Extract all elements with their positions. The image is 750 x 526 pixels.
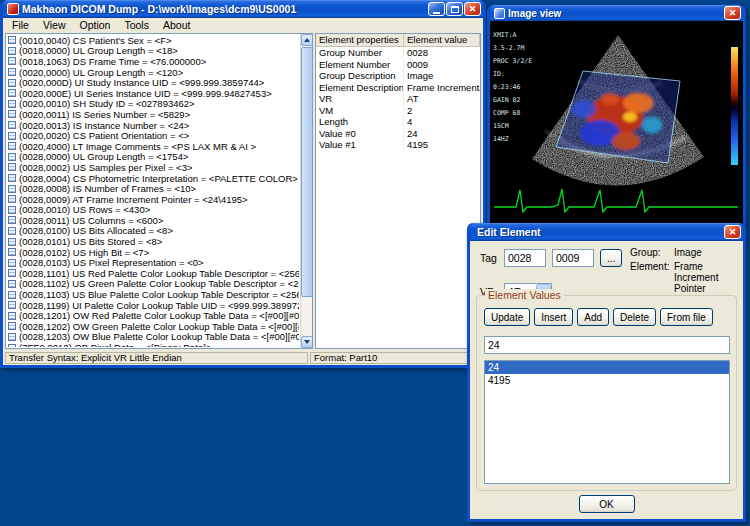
tree-row[interactable]: (0028,0100) US Bits Allocated = <8>	[7, 226, 299, 237]
property-row[interactable]: Value #1 4195	[316, 139, 480, 151]
edit-dialog-close-button[interactable]: ✕	[724, 225, 741, 239]
dicom-element-icon	[8, 163, 16, 171]
property-row[interactable]: Group Description Image	[316, 70, 480, 82]
dicom-element-icon	[8, 333, 16, 341]
dicom-element-icon	[8, 322, 16, 330]
tree-row[interactable]: (0020,0000) UL Group Length = <120>	[7, 67, 299, 78]
scroll-up-button[interactable]	[301, 34, 313, 46]
menu-item[interactable]: Option	[73, 19, 118, 31]
property-row[interactable]: Length 4	[316, 116, 480, 128]
tree-row[interactable]: (0028,1203) OW Blue Palette Color Lookup…	[7, 332, 299, 343]
edit-element-dialog: Edit Element ✕ Tag ... Group: Image Elem…	[467, 223, 746, 522]
property-row[interactable]: Value #0 24	[316, 128, 480, 140]
maximize-button[interactable]	[446, 2, 463, 16]
tree-row[interactable]: (0020,0011) IS Series Number = <5829>	[7, 109, 299, 120]
from-file-button[interactable]: From file	[660, 308, 713, 326]
dicom-element-icon	[8, 291, 16, 299]
dicom-element-icon	[8, 47, 16, 55]
image-view-close-button[interactable]: ✕	[724, 6, 741, 20]
minimize-icon	[433, 12, 440, 14]
add-button[interactable]: Add	[577, 308, 609, 326]
tree-row[interactable]: (0028,1201) OW Red Palette Color Lookup …	[7, 310, 299, 321]
edit-dialog-title: Edit Element	[474, 226, 723, 238]
tag-browse-button[interactable]: ...	[600, 249, 622, 267]
menu-item[interactable]: View	[36, 19, 73, 31]
image-view-title: Image view	[505, 8, 723, 19]
ultrasound-view[interactable]: XMIT:A3.5-2.7MPROC 3/2/EID:0:23:46GAIN 8…	[490, 21, 743, 224]
tree-row[interactable]: (0018,1063) DS Frame Time = <76.000000>	[7, 56, 299, 67]
maximize-icon	[451, 6, 459, 13]
delete-button[interactable]: Delete	[613, 308, 656, 326]
tree-row[interactable]: (0020,000E) UI Series Instance UID = <99…	[7, 88, 299, 99]
tree-row[interactable]: (0028,0010) US Rows = <430>	[7, 205, 299, 216]
insert-button[interactable]: Insert	[534, 308, 573, 326]
tag-group-input[interactable]	[504, 249, 546, 267]
tree-row[interactable]: (0028,1202) OW Green Palette Color Looku…	[7, 321, 299, 332]
tree-row[interactable]: (0028,0008) IS Number of Frames = <10>	[7, 183, 299, 194]
main-window: Makhaon DICOM Dump - D:\work\Images\dcm9…	[0, 0, 486, 368]
tree-row[interactable]: (0020,0020) CS Patient Orientation = <>	[7, 130, 299, 141]
tag-element-input[interactable]	[552, 249, 594, 267]
scroll-down-button[interactable]	[301, 336, 313, 348]
tree-row[interactable]: (0028,0011) US Columns = <600>	[7, 215, 299, 226]
arrow-down-icon	[304, 340, 310, 344]
tree-row[interactable]: (0028,1103) US Blue Palette Color Lookup…	[7, 289, 299, 300]
menu-item[interactable]: Tools	[117, 19, 156, 31]
tree-row[interactable]: (0020,0010) SH Study ID = <027893462>	[7, 99, 299, 110]
dicom-element-icon	[8, 110, 16, 118]
menubar: FileViewOptionToolsAbout	[3, 18, 483, 31]
tree-row[interactable]: (0020,4000) LT Image Comments = <PS LAX …	[7, 141, 299, 152]
value-input[interactable]	[484, 336, 730, 354]
property-row[interactable]: Element Description Frame Increment Poin…	[316, 82, 480, 94]
ultrasound-annotation: COMP 68	[493, 107, 532, 120]
tree-row[interactable]: (7FE0,0010) OB Pixel Data = <{Binary Dat…	[7, 342, 299, 347]
main-window-titlebar[interactable]: Makhaon DICOM Dump - D:\work\Images\dcm9…	[3, 0, 483, 18]
tree-row[interactable]: (0028,0000) UL Group Length = <1754>	[7, 152, 299, 163]
edit-dialog-titlebar[interactable]: Edit Element ✕	[470, 223, 743, 241]
dicom-element-icon	[8, 195, 16, 203]
value-list-item[interactable]: 4195	[485, 374, 729, 387]
ultrasound-annotation: 15CM	[493, 120, 532, 133]
tree-row[interactable]: (0028,1199) UI Palette Color Lookup Tabl…	[7, 300, 299, 311]
properties-header-col2: Element value	[404, 34, 480, 46]
tree-row[interactable]: (0018,0000) UL Group Length = <18>	[7, 46, 299, 57]
tree-row[interactable]: (0028,0103) US Pixel Representation = <0…	[7, 257, 299, 268]
property-row[interactable]: VR AT	[316, 93, 480, 105]
tree-row[interactable]: (0028,0101) US Bits Stored = <8>	[7, 236, 299, 247]
group-label: Group:	[630, 247, 661, 258]
tree-row[interactable]: (0028,0004) CS Photometric Interpretatio…	[7, 173, 299, 184]
minimize-button[interactable]	[428, 2, 445, 16]
desktop: Makhaon DICOM Dump - D:\work\Images\dcm9…	[0, 0, 750, 526]
dicom-element-icon	[8, 132, 16, 140]
statusbar: Transfer Syntax: Explicit VR Little Endi…	[3, 351, 483, 365]
tree-row[interactable]: (0028,1101) US Red Palette Color Lookup …	[7, 268, 299, 279]
value-list-item[interactable]: 24	[485, 361, 729, 374]
property-row[interactable]: VM 2	[316, 105, 480, 117]
menu-item[interactable]: About	[156, 19, 197, 31]
tree-row[interactable]: (0020,000D) UI Study Instance UID = <999…	[7, 77, 299, 88]
dicom-element-icon	[8, 280, 16, 288]
menu-item[interactable]: File	[5, 19, 36, 31]
dicom-element-icon	[8, 269, 16, 277]
tree-row[interactable]: (0010,0040) CS Patient's Sex = <F>	[7, 35, 299, 46]
element-values-groupbox: Element Values Update Insert Add Delete …	[476, 295, 737, 491]
tree-row[interactable]: (0028,1102) US Green Palette Color Looku…	[7, 279, 299, 290]
ok-button[interactable]: OK	[579, 495, 635, 513]
tree-scrollbar[interactable]	[300, 34, 312, 348]
property-row[interactable]: Element Number 0009	[316, 59, 480, 71]
tree-row[interactable]: (0028,0009) AT Frame Increment Pointer =…	[7, 194, 299, 205]
scrollbar-thumb[interactable]	[301, 47, 313, 297]
dicom-element-icon	[8, 259, 16, 267]
tree-row[interactable]: (0028,0002) US Samples per Pixel = <3>	[7, 162, 299, 173]
main-window-client: FileViewOptionToolsAbout (0010,0040) CS …	[3, 18, 483, 365]
tree-row[interactable]: (0020,0013) IS Instance Number = <24>	[7, 120, 299, 131]
tree-row[interactable]: (0028,0102) US High Bit = <7>	[7, 247, 299, 258]
image-view-titlebar[interactable]: Image view ✕	[490, 5, 743, 21]
dicom-element-icon	[8, 100, 16, 108]
dicom-element-icon	[8, 238, 16, 246]
dicom-element-icon	[8, 79, 16, 87]
update-button[interactable]: Update	[484, 308, 530, 326]
close-button[interactable]: ✕	[464, 2, 481, 16]
dicom-element-icon	[8, 121, 16, 129]
property-row[interactable]: Group Number 0028	[316, 47, 480, 59]
